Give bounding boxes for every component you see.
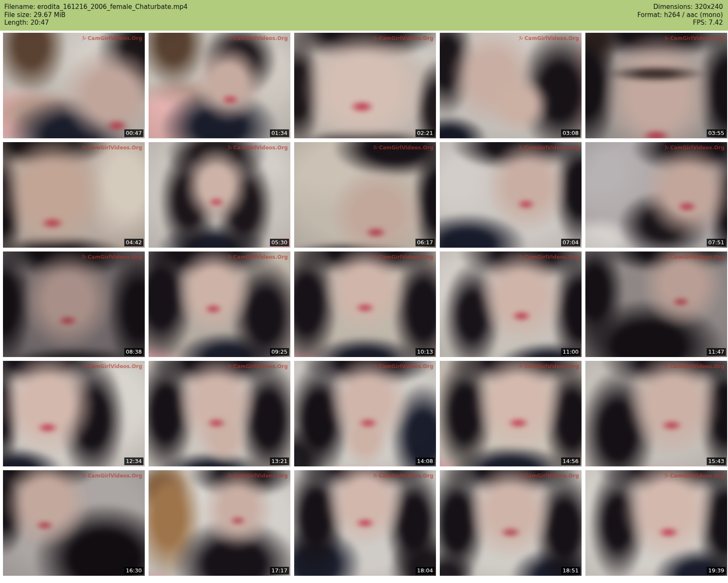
watermark-text: CamGirlVideos.Org (379, 145, 433, 151)
camgirlvideos-logo-icon (664, 254, 669, 260)
watermark-text: CamGirlVideos.Org (88, 473, 142, 479)
video-thumbnail: CamGirlVideos.Org 15:43 (585, 361, 727, 466)
metadata-left-column: Filenameerodita_161216_2006_female_Chatu… (4, 3, 188, 31)
watermark: CamGirlVideos.Org (373, 473, 433, 479)
camgirlvideos-logo-icon (227, 473, 232, 478)
format-label: Format (637, 11, 664, 19)
meta-line-dimensions: Dimensions320x240 (637, 3, 723, 11)
watermark-text: CamGirlVideos.Org (379, 254, 433, 260)
timestamp-badge: 08:38 (124, 348, 143, 356)
timestamp-badge: 18:51 (561, 567, 580, 574)
watermark-text: CamGirlVideos.Org (525, 254, 579, 260)
video-thumbnail: CamGirlVideos.Org 12:34 (3, 361, 145, 466)
thumb-image (585, 361, 727, 466)
watermark: CamGirlVideos.Org (664, 35, 725, 41)
watermark: CamGirlVideos.Org (82, 145, 142, 151)
watermark: CamGirlVideos.Org (227, 363, 288, 369)
watermark: CamGirlVideos.Org (373, 363, 433, 369)
video-thumbnail: CamGirlVideos.Org 03:55 (585, 33, 727, 138)
watermark-text: CamGirlVideos.Org (670, 145, 725, 151)
camgirlvideos-logo-icon (373, 254, 378, 260)
filename-label: Filename (4, 3, 37, 11)
video-thumbnail: CamGirlVideos.Org 08:38 (3, 251, 145, 357)
camgirlvideos-logo-icon (373, 145, 378, 150)
watermark: CamGirlVideos.Org (82, 35, 142, 41)
meta-line-filesize: File size29.67 MiB (4, 11, 188, 19)
watermark-text: CamGirlVideos.Org (233, 145, 288, 151)
watermark: CamGirlVideos.Org (82, 363, 142, 369)
camgirlvideos-logo-icon (373, 473, 378, 478)
watermark-text: CamGirlVideos.Org (670, 363, 725, 369)
camgirlvideos-logo-icon (227, 145, 232, 150)
watermark: CamGirlVideos.Org (227, 254, 288, 260)
camgirlvideos-logo-icon (519, 36, 524, 41)
thumb-image (149, 33, 290, 138)
timestamp-badge: 14:08 (416, 457, 435, 465)
watermark: CamGirlVideos.Org (82, 473, 142, 479)
watermark-text: CamGirlVideos.Org (233, 363, 288, 369)
filesize-label: File size (4, 11, 34, 19)
video-thumbnail: CamGirlVideos.Org 05:30 (149, 142, 290, 248)
watermark-text: CamGirlVideos.Org (525, 145, 579, 151)
dimensions-label: Dimensions (653, 3, 694, 11)
timestamp-badge: 07:51 (707, 239, 726, 246)
timestamp-badge: 07:04 (561, 239, 580, 246)
timestamp-badge: 15:43 (707, 457, 726, 465)
video-thumbnail: CamGirlVideos.Org 06:17 (294, 142, 436, 248)
watermark: CamGirlVideos.Org (82, 254, 142, 260)
thumb-image (3, 33, 145, 138)
metadata-right-column: Dimensions320x240 Formath264 / aac (mono… (637, 3, 723, 31)
video-thumbnail: CamGirlVideos.Org 02:21 (294, 33, 436, 138)
thumb-image (3, 142, 145, 248)
thumb-image (585, 251, 727, 357)
watermark-text: CamGirlVideos.Org (670, 35, 725, 41)
meta-line-filename: Filenameerodita_161216_2006_female_Chatu… (4, 3, 188, 11)
thumb-image (294, 361, 436, 466)
video-thumbnail: CamGirlVideos.Org 19:39 (585, 470, 727, 576)
timestamp-badge: 10:13 (416, 348, 435, 356)
thumb-image (585, 470, 727, 576)
thumbnail-grid: CamGirlVideos.Org 00:47 CamGirlVideos.Or… (3, 33, 727, 576)
meta-line-fps: FPS7.42 (637, 19, 723, 27)
thumb-image (585, 142, 727, 248)
timestamp-badge: 05:30 (270, 239, 289, 246)
video-thumbnail: CamGirlVideos.Org 07:04 (440, 142, 582, 248)
thumb-image (149, 361, 290, 466)
timestamp-badge: 14:56 (561, 457, 580, 465)
watermark: CamGirlVideos.Org (227, 35, 288, 41)
thumb-image (294, 251, 436, 357)
camgirlvideos-logo-icon (82, 473, 87, 478)
filename-value: erodita_161216_2006_female_Chaturbate.mp… (37, 3, 187, 11)
watermark: CamGirlVideos.Org (519, 145, 579, 151)
camgirlvideos-logo-icon (227, 364, 232, 369)
camgirlvideos-logo-icon (227, 254, 232, 260)
watermark: CamGirlVideos.Org (664, 473, 725, 479)
length-label: Length (4, 19, 31, 26)
video-thumbnail: CamGirlVideos.Org 01:34 (149, 33, 290, 138)
video-thumbnail: CamGirlVideos.Org 18:04 (294, 470, 436, 576)
watermark-text: CamGirlVideos.Org (670, 473, 725, 479)
watermark: CamGirlVideos.Org (664, 145, 725, 151)
watermark: CamGirlVideos.Org (227, 145, 288, 151)
watermark-text: CamGirlVideos.Org (525, 473, 579, 479)
watermark-text: CamGirlVideos.Org (233, 35, 288, 41)
camgirlvideos-logo-icon (664, 473, 669, 478)
camgirlvideos-logo-icon (227, 36, 232, 41)
length-value: 20:47 (31, 19, 49, 26)
watermark-text: CamGirlVideos.Org (88, 145, 142, 151)
thumb-image (149, 470, 290, 576)
watermark-text: CamGirlVideos.Org (88, 363, 142, 369)
camgirlvideos-logo-icon (519, 145, 524, 150)
timestamp-badge: 06:17 (416, 239, 435, 246)
video-thumbnail: CamGirlVideos.Org 13:21 (149, 361, 290, 466)
watermark-text: CamGirlVideos.Org (379, 473, 433, 479)
camgirlvideos-logo-icon (664, 364, 669, 369)
timestamp-badge: 19:39 (707, 567, 726, 574)
dimensions-value: 320x240 (695, 3, 723, 11)
fps-label: FPS (693, 19, 709, 26)
thumb-image (440, 33, 582, 138)
format-value: h264 / aac (mono) (664, 11, 723, 19)
timestamp-badge: 03:55 (707, 129, 726, 137)
thumb-image (3, 361, 145, 466)
thumb-image (149, 142, 290, 248)
